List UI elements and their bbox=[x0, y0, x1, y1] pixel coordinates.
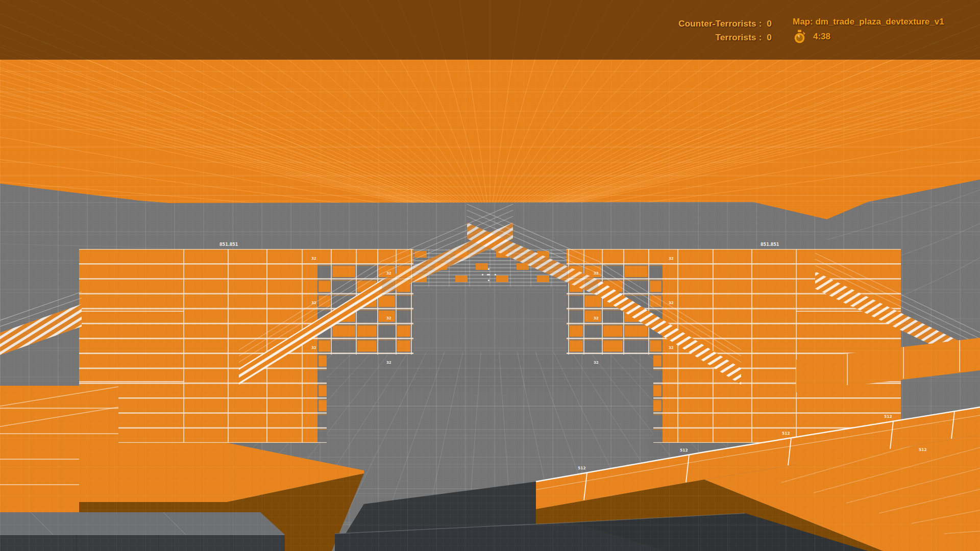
texture-label: 512 bbox=[884, 414, 892, 419]
texture-label: 851.851 bbox=[761, 242, 779, 247]
team-scores: Counter-Terrorists : 0 Terrorists : 0 bbox=[678, 17, 772, 44]
texture-label: 32 bbox=[386, 271, 391, 276]
texture-label: 512 bbox=[680, 448, 688, 453]
texture-label: 32 bbox=[386, 316, 391, 320]
team-score-ct: 0 bbox=[767, 19, 772, 29]
crate-left-top bbox=[0, 512, 285, 535]
texture-label: 851.851 bbox=[219, 242, 238, 247]
texture-label: 32 bbox=[669, 257, 674, 261]
game-viewport[interactable]: 323232323232851.851323232323232851.85151… bbox=[0, 0, 980, 551]
score-separator: : bbox=[756, 33, 767, 42]
map-name-label: Map: dm_trade_plaza_devtexture_v1 bbox=[793, 17, 944, 27]
hud-top-bar: Counter-Terrorists : 0 Terrorists : 0 Ma… bbox=[0, 0, 980, 60]
score-separator: : bbox=[756, 19, 767, 29]
texture-label: 512 bbox=[782, 431, 790, 436]
texture-label: 512 bbox=[919, 447, 927, 452]
texture-label: 32 bbox=[669, 301, 674, 305]
texture-label: 32 bbox=[594, 316, 599, 320]
team-label-ct: Counter-Terrorists bbox=[678, 19, 756, 29]
team-score-t: 0 bbox=[767, 33, 772, 42]
texture-label: 32 bbox=[594, 361, 599, 365]
stopwatch-icon bbox=[793, 30, 806, 44]
team-score-row-ct: Counter-Terrorists : 0 bbox=[678, 17, 772, 31]
round-timer: 4:38 bbox=[813, 31, 830, 42]
texture-label: 32 bbox=[386, 361, 391, 365]
texture-label: 512 bbox=[578, 466, 586, 470]
texture-label: 32 bbox=[311, 257, 316, 261]
texture-label: 32 bbox=[311, 346, 316, 350]
texture-label: 32 bbox=[669, 346, 674, 350]
team-score-row-t: Terrorists : 0 bbox=[678, 31, 772, 44]
map-scene: 323232323232851.851323232323232851.85151… bbox=[0, 0, 980, 551]
map-info: Map: dm_trade_plaza_devtexture_v1 4:38 bbox=[793, 17, 944, 44]
crate-left-front bbox=[0, 535, 285, 551]
team-label-t: Terrorists bbox=[716, 33, 756, 42]
